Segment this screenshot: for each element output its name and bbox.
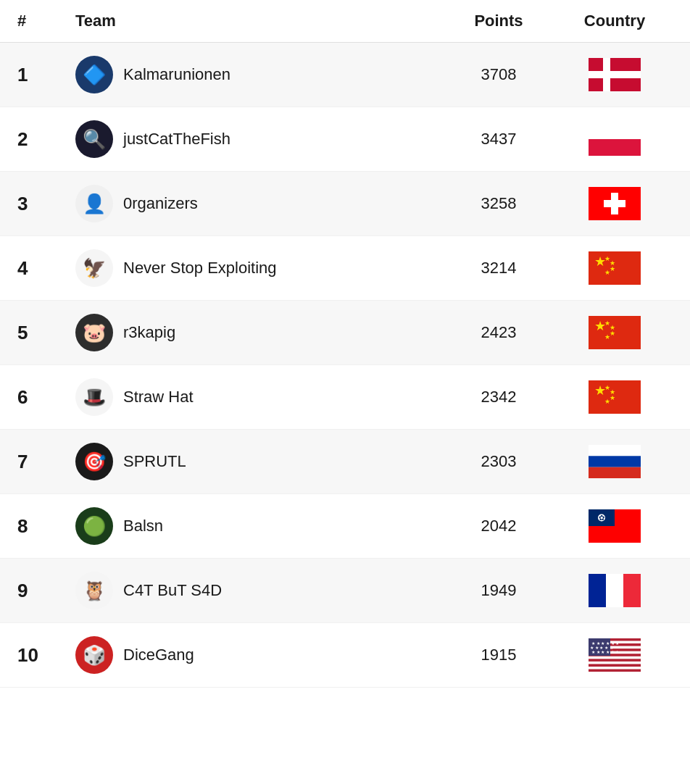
team-name: justCatTheFish — [123, 130, 230, 149]
flag-cell — [557, 445, 673, 478]
flag-cell — [557, 574, 673, 607]
flag-cell: ✿ — [557, 509, 673, 543]
points-cell: 3437 — [441, 130, 557, 149]
table-row: 10 🎲 DiceGang 1915 ★ ★ ★ ★ ★ ★ ★ ★ ★ ★ ★… — [0, 623, 690, 688]
country-flag: ★ ★ ★ ★ ★ ★ ★ ★ ★ ★ ★ ★ ★ ★ ★ ★ ★ — [589, 638, 641, 672]
flag-cell: ★ ★ ★ ★ ★ — [557, 316, 673, 349]
team-name: Never Stop Exploiting — [123, 259, 277, 278]
rank-cell: 5 — [17, 322, 75, 344]
rank-cell: 6 — [17, 386, 75, 409]
team-name: SPRUTL — [123, 452, 186, 471]
team-logo: 👤 — [75, 185, 113, 222]
svg-text:★: ★ — [610, 394, 615, 401]
rank-cell: 3 — [17, 193, 75, 215]
flag-cell — [557, 58, 673, 91]
country-flag — [589, 445, 641, 478]
country-flag: ★ ★ ★ ★ ★ — [589, 316, 641, 349]
country-column-header: Country — [557, 12, 673, 30]
team-name: Balsn — [123, 517, 163, 535]
team-cell: 🎲 DiceGang — [75, 636, 441, 674]
team-logo: 🎯 — [75, 443, 113, 480]
team-logo: 🎲 — [75, 636, 113, 674]
rank-cell: 7 — [17, 451, 75, 473]
points-cell: 3258 — [441, 194, 557, 213]
team-name: 0rganizers — [123, 194, 198, 213]
team-cell: 🦉 C4T BuT S4D — [75, 572, 441, 609]
svg-text:★ ★ ★ ★ ★ ★: ★ ★ ★ ★ ★ ★ — [591, 650, 619, 654]
svg-rect-41 — [589, 662, 641, 664]
svg-rect-27 — [589, 456, 641, 467]
team-cell: 🔷 Kalmarunionen — [75, 56, 441, 93]
team-logo: 🔷 — [75, 56, 113, 93]
table-body: 1 🔷 Kalmarunionen 3708 2 🔍 justCatTheFis… — [0, 43, 690, 688]
table-row: 1 🔷 Kalmarunionen 3708 — [0, 43, 690, 107]
svg-rect-7 — [604, 200, 625, 207]
flag-cell: ★ ★ ★ ★ ★ — [557, 251, 673, 285]
team-cell: 👤 0rganizers — [75, 185, 441, 222]
team-logo: 🦅 — [75, 249, 113, 287]
team-logo: 🟢 — [75, 507, 113, 545]
rank-cell: 4 — [17, 257, 75, 280]
team-logo: 🔍 — [75, 120, 113, 158]
flag-cell — [557, 122, 673, 156]
team-name: r3kapig — [123, 323, 175, 342]
country-flag: ★ ★ ★ ★ ★ — [589, 380, 641, 414]
table-row: 4 🦅 Never Stop Exploiting 3214 ★ ★ ★ ★ ★ — [0, 236, 690, 301]
team-logo: 🎩 — [75, 378, 113, 416]
points-cell: 3214 — [441, 259, 557, 278]
flag-cell: ★ ★ ★ ★ ★ — [557, 380, 673, 414]
leaderboard-table: # Team Points Country 1 🔷 Kalmarunionen … — [0, 0, 690, 688]
team-name: DiceGang — [123, 646, 194, 664]
team-cell: 🟢 Balsn — [75, 507, 441, 545]
rank-cell: 9 — [17, 580, 75, 602]
svg-rect-26 — [589, 445, 641, 456]
country-flag — [589, 574, 641, 607]
svg-text:★: ★ — [604, 269, 610, 276]
table-row: 5 🐷 r3kapig 2423 ★ ★ ★ ★ ★ — [0, 301, 690, 365]
team-name: C4T BuT S4D — [123, 581, 222, 600]
team-cell: 🦅 Never Stop Exploiting — [75, 249, 441, 287]
country-flag: ✿ — [589, 509, 641, 543]
table-row: 8 🟢 Balsn 2042 ✿ — [0, 494, 690, 559]
team-logo: 🐷 — [75, 314, 113, 351]
table-row: 9 🦉 C4T BuT S4D 1949 — [0, 559, 690, 623]
table-row: 7 🎯 SPRUTL 2303 — [0, 430, 690, 494]
svg-rect-3 — [589, 122, 641, 139]
svg-rect-35 — [623, 574, 641, 607]
svg-rect-4 — [589, 139, 641, 156]
points-cell: 3708 — [441, 65, 557, 84]
table-row: 6 🎩 Straw Hat 2342 ★ ★ ★ ★ ★ — [0, 365, 690, 430]
country-flag — [589, 187, 641, 220]
svg-rect-2 — [589, 71, 641, 78]
svg-rect-28 — [589, 467, 641, 478]
svg-text:★: ★ — [604, 333, 610, 341]
table-header: # Team Points Country — [0, 0, 690, 43]
svg-rect-42 — [589, 667, 641, 670]
flag-cell: ★ ★ ★ ★ ★ ★ ★ ★ ★ ★ ★ ★ ★ ★ ★ ★ ★ — [557, 638, 673, 672]
flag-cell — [557, 187, 673, 220]
table-row: 2 🔍 justCatTheFish 3437 — [0, 107, 690, 172]
points-column-header: Points — [441, 12, 557, 30]
country-flag: ★ ★ ★ ★ ★ — [589, 251, 641, 285]
team-column-header: Team — [75, 12, 441, 30]
svg-rect-40 — [589, 656, 641, 659]
country-flag — [589, 58, 641, 91]
points-cell: 1915 — [441, 646, 557, 664]
rank-cell: 8 — [17, 515, 75, 538]
svg-rect-33 — [589, 574, 606, 607]
points-cell: 2303 — [441, 452, 557, 471]
country-flag — [589, 122, 641, 156]
team-cell: 🐷 r3kapig — [75, 314, 441, 351]
rank-cell: 2 — [17, 128, 75, 151]
svg-rect-34 — [606, 574, 623, 607]
svg-text:✿: ✿ — [599, 514, 604, 522]
points-cell: 2342 — [441, 388, 557, 406]
svg-text:★: ★ — [604, 398, 610, 405]
team-name: Straw Hat — [123, 388, 194, 406]
team-logo: 🦉 — [75, 572, 113, 609]
svg-text:★: ★ — [610, 265, 615, 272]
points-cell: 1949 — [441, 581, 557, 600]
team-cell: 🎯 SPRUTL — [75, 443, 441, 480]
rank-column-header: # — [17, 12, 75, 30]
svg-text:★: ★ — [610, 330, 615, 337]
